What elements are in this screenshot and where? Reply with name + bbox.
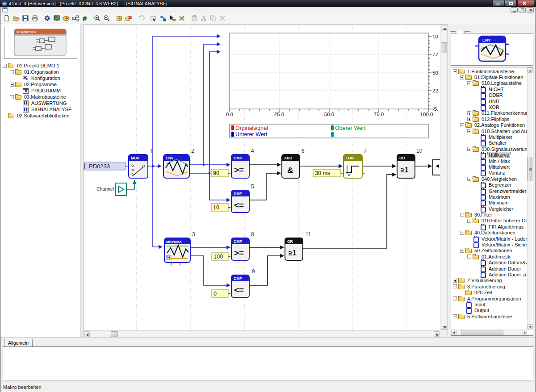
library-tree-item[interactable]: 50.Zeitfunktionen bbox=[452, 248, 527, 254]
library-vscroll-thumb[interactable] bbox=[528, 157, 532, 181]
visualization-button[interactable] bbox=[52, 14, 61, 23]
library-tree-item[interactable]: Output bbox=[452, 308, 527, 313]
tab-allgemein[interactable]: Allgemein bbox=[4, 339, 33, 347]
zoom-in-button[interactable] bbox=[92, 14, 102, 23]
library-tree-item[interactable]: ODER bbox=[452, 92, 527, 98]
mdi-minimize-button[interactable] bbox=[511, 7, 518, 13]
library-tree-item[interactable]: Hüllkurve bbox=[452, 152, 527, 158]
scroll-left-button[interactable] bbox=[84, 331, 90, 337]
param-10[interactable]: 10 bbox=[211, 204, 230, 211]
tree-expander-icon[interactable] bbox=[460, 249, 464, 253]
project-tree-item[interactable]: 01.Projekt DEMO 1 bbox=[1, 63, 80, 69]
library-tree-item[interactable]: 030.Signalauswertung bbox=[452, 146, 527, 152]
library-tree-item[interactable]: Vergleicher bbox=[452, 206, 527, 212]
disconnect-button[interactable] bbox=[177, 14, 186, 23]
tree-expander-icon[interactable] bbox=[10, 83, 14, 87]
library-tree-item[interactable]: Addition Dauer bbox=[452, 266, 527, 271]
canvas-hscroll-thumb[interactable] bbox=[111, 331, 118, 337]
library-tree-item[interactable]: Multiplexer bbox=[452, 134, 527, 140]
scroll-right-button[interactable] bbox=[434, 331, 440, 337]
library-tree-item[interactable]: FIR Algorithmus bbox=[452, 224, 527, 229]
tree-expander-icon[interactable] bbox=[453, 314, 457, 318]
library-tree-item[interactable]: Grenzwertmelder bbox=[452, 188, 527, 194]
library-tree-item[interactable]: 011.Flankenerkennung bbox=[452, 110, 527, 116]
tree-expander-icon[interactable] bbox=[10, 70, 14, 74]
tree-expander-icon[interactable] bbox=[460, 231, 464, 235]
diagram-canvas[interactable]: 0.0 25.0 50.0 75.0 100.0 10 77 50 22 -5. bbox=[84, 24, 447, 337]
library-tree-item[interactable]: 02.Analoge Funktionen bbox=[452, 122, 527, 128]
library-tree-item[interactable]: Addition Datum&Zeit bbox=[452, 260, 527, 266]
project-tree-item[interactable]: PROGRAMM bbox=[1, 88, 80, 94]
param-100[interactable]: 100 bbox=[212, 253, 230, 260]
block-show-button[interactable] bbox=[114, 14, 124, 23]
library-tree-item[interactable]: 020.Zeit bbox=[452, 289, 527, 295]
param-90[interactable]: 90 bbox=[211, 169, 230, 177]
library-tree-item[interactable]: 040.Vergleichen bbox=[452, 176, 527, 182]
mdi-restore-button[interactable] bbox=[519, 7, 526, 13]
project-tree-item[interactable]: Konfiguration bbox=[1, 75, 80, 81]
project-tree-item[interactable]: AUSWERTUNG bbox=[1, 100, 80, 106]
library-tree-item[interactable]: Minimum bbox=[452, 200, 527, 206]
run-button[interactable] bbox=[80, 14, 89, 23]
signal-input-pd0233[interactable]: PD0233 bbox=[84, 162, 126, 170]
pointer-block-button[interactable] bbox=[168, 14, 177, 23]
block-output-terminal[interactable] bbox=[433, 160, 440, 175]
open-button[interactable] bbox=[11, 14, 21, 23]
library-tree-item[interactable]: Schalter bbox=[452, 140, 527, 146]
vertical-splitter[interactable] bbox=[80, 24, 84, 337]
library-tree-item[interactable]: Addition Dauer zu Tage bbox=[452, 271, 527, 277]
block-config-button[interactable] bbox=[61, 14, 71, 23]
library-tree-item[interactable]: Mittelwert bbox=[452, 164, 527, 170]
library-tree-item[interactable]: 01.Digitale Funktionen bbox=[452, 74, 527, 80]
library-tree-item[interactable]: 010.Schalten und Auswähle bbox=[452, 128, 527, 134]
tree-expander-icon[interactable] bbox=[467, 111, 471, 115]
tree-expander-icon[interactable] bbox=[467, 81, 471, 85]
scroll-down-button[interactable] bbox=[528, 324, 533, 329]
project-tree-item[interactable]: SIGNALANALYSE bbox=[1, 106, 80, 113]
library-tab[interactable] bbox=[464, 31, 470, 33]
library-tree-item[interactable]: 2.Visualisierung bbox=[452, 278, 527, 284]
project-tree-item[interactable]: 02.Softwarebibliotheken bbox=[1, 113, 80, 119]
library-tree-item[interactable]: Begrenzer bbox=[452, 182, 527, 188]
minimize-button[interactable] bbox=[492, 0, 504, 6]
library-tree-item[interactable]: XOR bbox=[452, 104, 527, 110]
library-tree-item[interactable]: 40.Dateifunktionen bbox=[452, 230, 527, 236]
structure-select-button[interactable] bbox=[149, 14, 158, 23]
library-tree-item[interactable]: 1.Funktionsbausteine bbox=[452, 68, 527, 74]
save-button[interactable] bbox=[21, 14, 30, 23]
tree-expander-icon[interactable] bbox=[460, 75, 464, 79]
canvas-horizontal-scrollbar[interactable] bbox=[84, 330, 440, 337]
library-tab[interactable] bbox=[457, 31, 463, 33]
tree-expander-icon[interactable] bbox=[467, 254, 471, 259]
library-hscroll-thumb[interactable] bbox=[461, 330, 503, 335]
project-tree-item[interactable]: 02.Programme bbox=[1, 81, 80, 88]
project-tree-item[interactable]: 01.Organisation bbox=[1, 69, 80, 75]
scroll-right-button[interactable] bbox=[522, 330, 527, 335]
tree-expander-icon[interactable] bbox=[467, 219, 471, 223]
library-tree-item[interactable]: 30.Filter bbox=[452, 212, 527, 217]
mdi-system-menu-icon[interactable] bbox=[2, 7, 8, 13]
tree-expander-icon[interactable] bbox=[10, 95, 14, 99]
library-tree-item[interactable]: 01.Arithmetik bbox=[452, 254, 527, 259]
tree-expander-icon[interactable] bbox=[3, 64, 7, 68]
tree-expander-icon[interactable] bbox=[467, 177, 471, 181]
tree-expander-icon[interactable] bbox=[453, 296, 457, 300]
canvas-vscroll-thumb[interactable] bbox=[441, 42, 447, 53]
block-delete-button[interactable] bbox=[124, 14, 133, 23]
library-tree-item[interactable]: Input bbox=[452, 301, 527, 307]
library-tree-item[interactable]: Varianz bbox=[452, 170, 527, 176]
tree-expander-icon[interactable] bbox=[453, 69, 457, 73]
library-tree-item[interactable]: Vektor/Matrix - Sichern bbox=[452, 242, 527, 247]
tree-expander-icon[interactable] bbox=[467, 117, 471, 121]
library-horizontal-scrollbar[interactable] bbox=[451, 329, 527, 335]
canvas-vertical-scrollbar[interactable] bbox=[440, 25, 447, 330]
zoom-out-button[interactable] bbox=[102, 14, 111, 23]
library-tree-item[interactable]: Maximum bbox=[452, 194, 527, 200]
connect-button[interactable] bbox=[158, 14, 168, 23]
scroll-up-button[interactable] bbox=[441, 25, 447, 31]
library-tab[interactable] bbox=[450, 31, 456, 33]
library-tree-item[interactable]: 010.Filter höherer Ordnung bbox=[452, 218, 527, 224]
library-tree-item[interactable]: Vektor/Matrix - Laden bbox=[452, 236, 527, 242]
close-button[interactable] bbox=[517, 0, 534, 6]
library-tree-item[interactable]: 3.Parametrierung bbox=[452, 284, 527, 289]
